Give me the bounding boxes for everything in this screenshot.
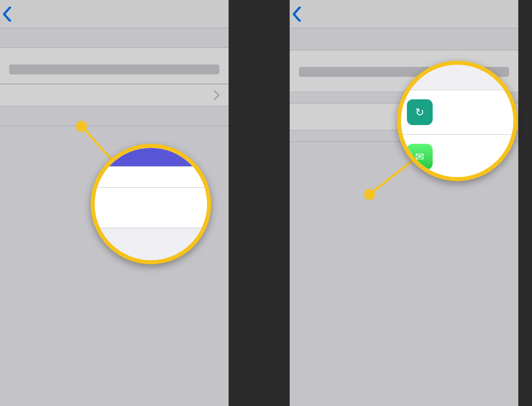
section-header-apps — [0, 106, 229, 125]
change-storage-plan-row[interactable] — [290, 103, 518, 130]
manage-storage-row[interactable] — [0, 84, 229, 106]
storage-summary — [0, 47, 229, 84]
storage-items-list — [290, 141, 518, 142]
chevron-right-icon — [503, 112, 509, 122]
storage-summary — [290, 50, 518, 92]
navbar — [290, 0, 518, 28]
back-button[interactable] — [0, 7, 13, 22]
storage-bar — [9, 64, 219, 74]
chevron-left-icon — [292, 7, 301, 22]
back-button[interactable] — [290, 7, 303, 22]
icloud-storage-screen — [290, 0, 518, 406]
section-header-storage — [0, 28, 229, 47]
storage-bar — [299, 67, 509, 77]
chevron-right-icon — [214, 90, 219, 100]
icloud-settings-screen — [0, 0, 229, 406]
apps-using-icloud-list — [0, 125, 229, 126]
navbar — [0, 0, 229, 28]
chevron-left-icon — [2, 7, 12, 22]
